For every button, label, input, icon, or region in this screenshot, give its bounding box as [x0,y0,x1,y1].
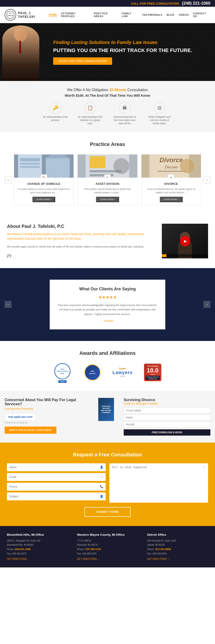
testimonial-text: Paul was responsive and knowledgeable re… [57,303,158,317]
testimonial-prev-button[interactable]: ‹ [5,301,11,308]
hero-title-white: PUTTING YOU ON THE RIGHT TRACK FOR THE F… [53,47,192,54]
footer-street-1: 2525 S. Telegraph Rd. Suite 100 [7,539,68,543]
card-asset-text: If the parties cannot decide how to divi… [80,187,134,194]
nav-practice[interactable]: PRACTICE AREAS [94,12,118,18]
svg-point-20 [180,159,194,173]
footer-street-3: 615 Griswold St. Suite 1620 [147,539,208,543]
about-content: About Paul J. Tafelski, P.C We believe i… [7,224,155,259]
footer-directions-2[interactable]: GET DIRECTIONS → [77,558,100,560]
practice-title: Practice Areas [5,141,210,147]
footer-phone-1[interactable]: 248-221-1060 [15,548,31,550]
topbar-phone[interactable]: (248) 221-1060 [182,1,210,6]
nav-blog[interactable]: BLOG [167,14,175,16]
footer-city-2: Western Wayne County, MI Office [77,533,138,536]
card-divorce-image: Divorce Decree ♥ [142,154,201,178]
form-subject-wrap: 👤 [7,492,106,500]
form-title: Request a Free Consultation [7,452,208,458]
form-subject-input[interactable] [7,492,106,500]
about-section: About Paul J. Tafelski, P.C We believe i… [0,214,215,268]
about-text: We provide legal counsel to clients from… [7,244,155,249]
ebook-phone-input[interactable] [124,422,210,428]
legal-loan: Concerned About You Will Pay For Legal S… [5,398,91,434]
consult-line1: We Offer A No Obligation [67,88,109,92]
feature-court: 🏛 General tendencies of the Court where … [112,102,138,125]
svg-text:TAFELSKI: TAFELSKI [8,15,13,16]
form-email-icon: ✉ [101,475,103,478]
testimonial-next-button[interactable]: › [204,301,210,308]
form-phone-input[interactable] [7,483,106,491]
svg-text:Decree: Decree [165,165,178,169]
footer-directions-1[interactable]: GET DIRECTIONS → [7,558,30,560]
form-submit-button[interactable]: SUBMIT FORM [84,507,131,517]
ebook-name-input[interactable] [124,408,210,414]
loan-apply-button[interactable]: APPLY FOR A LEGAL LOAN TODAY [5,426,56,434]
testimonial-title: What Our Clients Are Saying [57,286,158,292]
nav-contact[interactable]: CONTACT US [193,12,210,18]
footer-phone-row-1: Phone: 248-221-1060 [7,547,68,552]
footer-fax-row-2: Fax: 248-456-8470 [77,552,138,556]
card-domicile-image: 🏠 [14,154,73,178]
divorce-icon: ♥ [168,174,174,178]
asset-learn-more-button[interactable]: Learn More » [96,196,119,202]
ebook-download-button[interactable]: FREE DOWNLOAD E-BOOK [124,429,210,436]
logo[interactable]: PJTAFELSKI PAUL J TAFELSKI [5,9,49,20]
top-bar: CALL FOR FREE CONSULTATION (248) 221-106… [0,0,215,7]
ebook-cover-text: SURVIVINGDIVORCEAND MOVINGFORWARD [101,405,111,414]
carousel-next-button[interactable]: › [204,176,210,183]
header: PJTAFELSKI PAUL J TAFELSKI HOME ATTORNEY… [0,7,215,23]
svg-point-14 [114,158,129,174]
form-message-textarea[interactable] [109,463,208,503]
svg-rect-7 [20,166,40,168]
timeline-icon: 📋 [84,102,96,114]
about-title: About Paul J. Tafelski, P.C [7,224,155,229]
practice-card-asset: ⚖ ASSET DIVISION If the parties cannot d… [77,154,137,205]
footer-directions-3[interactable]: GET DIRECTIONS → [147,558,170,560]
topbar-cta: CALL FOR FREE CONSULTATION [131,2,179,5]
feature-risks: ⚖ Risks of litigation and common results… [147,102,172,125]
carousel-prev-button[interactable]: ‹ [5,176,11,183]
card-divorce-body: DIVORCE In an uncontested divorce, the p… [142,178,201,205]
form-name-wrap: 👤 [7,463,106,471]
card-domicile-text: If a party wishes to move a minor child … [17,187,71,194]
video-progress-bar [162,254,208,257]
footer-city-3: Detroit Office [147,533,208,536]
footer-street-2: 771 N. Mill St. [77,539,138,543]
nav-videos[interactable]: VIDEOS [179,14,189,16]
form-message-wrap: ✏ [109,463,208,503]
play-button[interactable] [180,236,190,246]
nav-testimonials[interactable]: TESTIMONIALS [142,14,163,16]
award-super-lawyers: Super Lawyers 2014 [112,363,133,382]
nav-family[interactable]: FAMILY LAW [122,12,138,18]
svg-text:Divorce: Divorce [160,156,183,164]
legal-loan-sub: Low Monthly Payments [5,407,91,410]
svg-text:PJ: PJ [9,12,11,14]
practice-card-domicile: 🏠 CHANGE OF DOMICILE If a party wishes t… [14,154,74,205]
main-nav: HOME ATTORNEY PROFILES PRACTICE AREAS FA… [49,12,210,18]
domicile-learn-more-button[interactable]: Learn More » [32,196,55,202]
footer-phone-row-2: Phone: 734-796-1135 [77,547,138,552]
divorce-learn-more-button[interactable]: Learn More » [160,196,183,202]
card-domicile-title: CHANGE OF DOMICILE [17,182,71,186]
footer-detroit: Detroit Office 615 Griswold St. Suite 16… [147,533,208,560]
hero-person-image [0,23,46,81]
form-email-input[interactable] [7,473,106,481]
svg-rect-6 [20,163,40,164]
testimonial-box: What Our Clients Are Saying ★★★★★ Paul w… [50,280,165,330]
nav-home[interactable]: HOME [49,13,57,16]
hero-content: Finding Lasting Solutions to Family Law … [46,30,199,74]
testimonial-author: - Joseph [57,319,158,322]
nav-attorney[interactable]: ATTORNEY PROFILES [61,12,90,18]
footer-fax-row-3: Fax: 248-456-8470 [147,552,208,556]
about-signature: Pt [7,253,155,259]
practice-cards: 🏠 CHANGE OF DOMICILE If a party wishes t… [14,154,201,205]
form-phone-icon: 📞 [100,485,103,488]
hero-cta-button[interactable]: CLICK FOR FREE CONSULTATION [53,57,112,65]
testimonial-stars: ★★★★★ [57,295,158,300]
form-name-input[interactable] [7,463,106,471]
about-video[interactable] [162,224,208,258]
practice-card-divorce: Divorce Decree ♥ DIVORCE In an uncontest… [141,154,201,205]
feature-court-text: General tendencies of the Court where yo… [112,116,138,125]
ebook-email-input[interactable] [124,414,210,420]
footer-phone-3[interactable]: 313-241-8856 [155,548,171,550]
footer-phone-2[interactable]: 734-796-1135 [85,548,101,550]
